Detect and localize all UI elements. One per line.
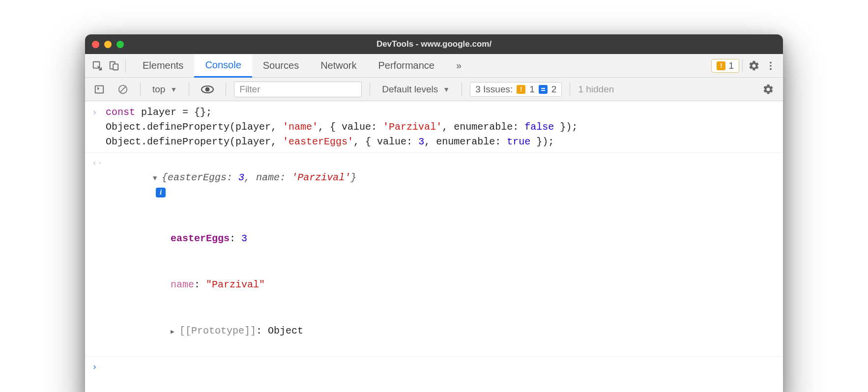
chevron-down-icon: ▼ [443,85,450,93]
divider [85,356,783,357]
divider [125,59,126,73]
svg-point-4 [770,65,772,67]
property-name: name [171,279,194,290]
divider [189,83,189,96]
warning-icon [517,85,525,94]
svg-point-10 [205,87,210,91]
tabs-overflow-icon[interactable]: » [445,54,472,77]
main-tabs-row: Elements Console Sources Network Perform… [85,54,783,78]
property-value: "Parzival" [206,279,265,290]
window-title: DevTools - www.google.com/ [85,39,783,49]
console-return-line: ‹· ▼{easterEggs: 3, name: 'Parzival'} i [85,155,783,216]
inspect-element-icon[interactable] [89,57,106,74]
titlebar[interactable]: DevTools - www.google.com/ [85,34,783,54]
disclosure-triangle-icon[interactable]: ▼ [153,173,162,184]
svg-line-8 [120,86,126,92]
svg-rect-12 [541,90,545,91]
settings-icon[interactable] [746,57,762,74]
tabs: Elements Console Sources Network Perform… [132,54,472,77]
context-selector[interactable]: top ▼ [148,82,181,97]
clear-console-icon[interactable] [114,82,132,97]
console-sidebar-toggle-icon[interactable] [90,82,109,97]
chevron-down-icon: ▼ [170,85,177,93]
maximize-icon[interactable] [116,41,124,48]
filter-input[interactable] [234,82,362,97]
minimize-icon[interactable] [104,41,112,48]
context-label: top [152,84,165,95]
divider [370,83,370,96]
svg-point-3 [770,61,772,63]
tab-sources[interactable]: Sources [252,54,310,77]
log-levels-selector[interactable]: Default levels ▼ [378,82,454,97]
console-output: › const player = {}; Object.defineProper… [85,101,783,392]
svg-rect-11 [541,88,545,89]
more-menu-icon[interactable] [762,57,779,74]
traffic-lights [92,41,124,48]
info-icon [539,85,548,94]
tab-console[interactable]: Console [194,54,252,78]
object-preview[interactable]: ▼{easterEggs: 3, name: 'Parzival'} i [106,156,356,215]
tab-network[interactable]: Network [310,54,367,77]
prompt-icon: › [92,360,106,374]
object-property-row: name: "Parzival" [85,262,783,308]
disclosure-triangle-icon[interactable]: ▶ [171,327,179,337]
issues-summary[interactable]: 3 Issues: 1 2 [470,82,562,97]
issues-warn-count: 1 [529,84,535,95]
divider [462,83,462,96]
property-name: easterEggs [171,233,230,244]
divider [226,83,226,96]
info-icon[interactable]: i [156,188,166,197]
issues-badge-count: 1 [728,60,734,71]
divider [85,152,783,153]
return-icon: ‹· [92,156,106,215]
prompt-icon: › [92,105,106,149]
console-toolbar: top ▼ Default levels ▼ 3 Issues: 1 2 1 h… [85,78,783,101]
device-toolbar-icon[interactable] [106,57,122,74]
issues-badge[interactable]: 1 [711,59,739,73]
prototype-value: Object [268,325,303,336]
svg-point-5 [770,68,772,70]
property-value: 3 [241,233,247,244]
hidden-count: 1 hidden [578,84,614,95]
issues-info-count: 2 [551,84,557,95]
svg-rect-6 [95,85,104,93]
close-icon[interactable] [92,41,99,48]
divider [742,59,743,73]
live-expression-icon[interactable] [197,82,218,97]
svg-rect-2 [113,64,118,70]
tab-elements[interactable]: Elements [132,54,194,77]
levels-label: Default levels [382,84,438,95]
code-line: const player = {}; Object.defineProperty… [106,105,578,149]
divider [140,83,141,96]
console-prompt[interactable]: › [85,359,783,375]
prototype-label: [[Prototype]] [179,325,256,336]
prototype-row[interactable]: ▶[[Prototype]]: Object [85,308,783,354]
divider [570,83,570,96]
warning-icon [717,61,725,70]
devtools-window: DevTools - www.google.com/ Elements Cons… [85,34,783,392]
object-property-row: easterEggs: 3 [85,216,783,262]
console-input-line[interactable]: › const player = {}; Object.defineProper… [85,104,783,150]
console-settings-icon[interactable] [758,82,778,97]
tab-performance[interactable]: Performance [368,54,446,77]
issues-prefix: 3 Issues: [475,84,513,95]
